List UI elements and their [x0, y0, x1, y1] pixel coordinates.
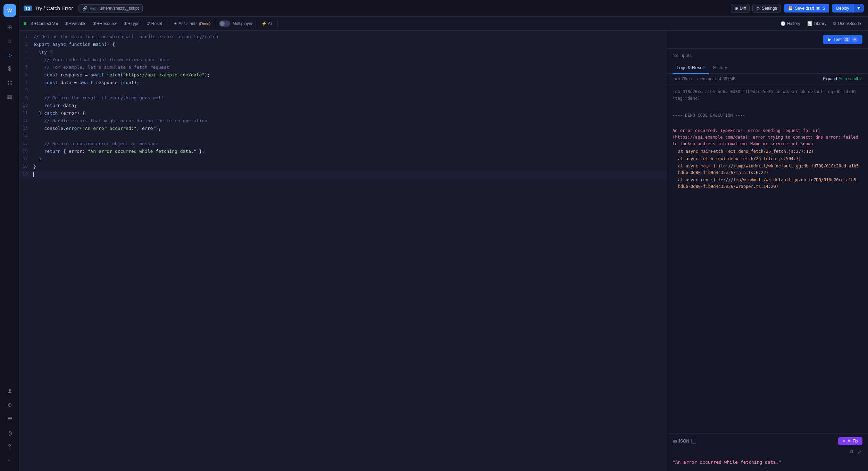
- log-line: [673, 102, 862, 109]
- toolbar: $ +Context Var $ +Variable $ +Resource $…: [19, 17, 868, 31]
- panel-tabs: Logs & Result History: [667, 62, 868, 74]
- log-line-stack: at async main (file:///tmp/windmill/wk-d…: [678, 163, 862, 176]
- mem-label: mem peak: 4.387MB: [697, 76, 736, 81]
- kbd-cmd: ⌘: [816, 6, 820, 11]
- log-line-stack: at async fetch (ext:deno_fetch/26_fetch.…: [678, 156, 862, 162]
- vscode-icon: ⧉: [833, 21, 836, 26]
- copy-button[interactable]: ⧉: [849, 448, 854, 455]
- multiplayer-switch[interactable]: [219, 20, 230, 27]
- kbd-test-enter: ↵: [852, 37, 858, 42]
- main-content: TS Try / Catch Error 🔗 Path u/henri/snaz…: [19, 0, 868, 471]
- resource-icon: $: [93, 21, 96, 26]
- path-value: u/henri/snazzy_script: [100, 6, 139, 11]
- toolbar-separator-3: [256, 20, 256, 27]
- assistants-tag: (Deno): [199, 22, 211, 26]
- multiplayer-label: Multiplayer: [232, 21, 252, 26]
- deploy-button[interactable]: Deploy: [832, 4, 853, 13]
- sidebar-item-audit[interactable]: [3, 413, 16, 425]
- sidebar-item-billing[interactable]: $: [3, 63, 16, 75]
- deploy-split-button[interactable]: ▼: [853, 4, 864, 13]
- as-json-row: as JSON ✦ AI Fix: [673, 437, 862, 445]
- code-line: 16 return { error: "An error occurred wh…: [19, 148, 667, 156]
- sidebar-item-users[interactable]: [3, 385, 16, 397]
- check-icon: ✓: [859, 76, 862, 81]
- diff-icon: ⊕: [735, 6, 738, 11]
- code-line: 9 // Return the result if everything goe…: [19, 94, 667, 102]
- ts-badge: TS: [24, 6, 32, 11]
- history-button[interactable]: 🕐 History: [778, 20, 803, 27]
- status-dot: [24, 22, 26, 25]
- code-line: 3 try {: [19, 49, 667, 56]
- reset-icon: ↺: [147, 21, 150, 26]
- code-editor[interactable]: 1 // Define the main function which will…: [19, 31, 667, 471]
- code-line-cursor: 19: [19, 171, 667, 179]
- log-line: ---- DENO CODE EXECUTION ----: [673, 112, 862, 119]
- path-pill[interactable]: 🔗 Path u/henri/snazzy_script: [78, 4, 142, 13]
- context-var-button[interactable]: $ +Context Var: [28, 20, 61, 27]
- kbd-s: S: [822, 6, 825, 11]
- right-panel: ▶ Test ⌘ ↵ No inputs Logs & Result Histo…: [667, 31, 868, 471]
- sidebar-item-home[interactable]: ⊞: [3, 21, 16, 33]
- tab-logs-result[interactable]: Logs & Result: [673, 62, 709, 74]
- sidebar-item-collapse[interactable]: ←: [3, 454, 16, 467]
- toolbar-separator-4: [277, 20, 278, 27]
- deploy-group: Deploy ▼: [832, 4, 864, 13]
- code-line: 5 // For example, let's simulate a fetch…: [19, 64, 667, 72]
- code-line: 15 // Return a custom error object or me…: [19, 140, 667, 148]
- resource-button[interactable]: $ +Resource: [91, 20, 120, 27]
- log-line: [673, 120, 862, 127]
- log-meta: took 76ms mem peak: 4.387MB Expand Auto …: [667, 74, 868, 84]
- auto-scroll-label: Auto scroll ✓: [838, 76, 862, 81]
- as-json-label: as JSON: [673, 439, 696, 444]
- diff-button[interactable]: ⊕ Diff: [731, 4, 750, 13]
- sidebar-item-favorites[interactable]: ☆: [3, 35, 16, 47]
- expand-label: Expand: [823, 76, 837, 81]
- sidebar-item-visibility[interactable]: ◎: [3, 427, 16, 439]
- sidebar-item-settings[interactable]: [3, 399, 16, 411]
- variable-icon: $: [65, 21, 68, 26]
- path-icon: 🔗: [82, 6, 87, 11]
- vscode-button[interactable]: ⧉ Use VScode: [831, 20, 864, 27]
- code-line: 18 }: [19, 163, 667, 171]
- play-icon: ▶: [828, 37, 831, 42]
- expand-result-button[interactable]: ⤢: [857, 448, 862, 455]
- app-logo[interactable]: W: [3, 4, 16, 17]
- variable-button[interactable]: $ +Variable: [62, 20, 89, 27]
- log-line-stack: at async run (file:///tmp/windmill/wk-de…: [678, 177, 862, 190]
- save-icon: 💾: [788, 6, 793, 11]
- code-line: 8: [19, 87, 667, 94]
- code-line: 14: [19, 133, 667, 140]
- type-icon: $: [124, 21, 127, 26]
- reset-button[interactable]: ↺ Reset: [144, 20, 165, 27]
- expand-button[interactable]: Expand Auto scroll ✓: [823, 76, 862, 81]
- ai-fix-button[interactable]: ✦ AI Fix: [838, 437, 862, 445]
- ai-button[interactable]: ⚡ AI: [259, 20, 275, 27]
- svg-point-3: [10, 83, 12, 85]
- log-line: job 018c20cd-a1b5-bd6b-0d80-f1b9d4c35e26…: [673, 89, 862, 102]
- editor-area: 1 // Define the main function which will…: [19, 31, 868, 471]
- json-checkbox[interactable]: [691, 439, 696, 444]
- test-button[interactable]: ▶ Test ⌘ ↵: [823, 35, 862, 44]
- assistants-icon: ✦: [174, 21, 177, 26]
- svg-point-2: [8, 83, 9, 85]
- context-var-icon: $: [31, 21, 33, 26]
- type-button[interactable]: $ +Type: [122, 20, 142, 27]
- right-panel-header: ▶ Test ⌘ ↵: [667, 31, 868, 49]
- sidebar-item-scripts[interactable]: ▷: [3, 49, 16, 61]
- save-draft-button[interactable]: 💾 Save draft ⌘ S: [784, 4, 829, 13]
- log-output: job 018c20cd-a1b5-bd6b-0d80-f1b9d4c35e26…: [667, 84, 868, 433]
- code-line: 17 }: [19, 156, 667, 163]
- library-button[interactable]: 📊 Library: [804, 20, 829, 27]
- settings-button[interactable]: ⚙ Settings: [752, 4, 781, 13]
- tab-history[interactable]: History: [709, 62, 731, 74]
- sidebar-item-schedules[interactable]: ▦: [3, 90, 16, 103]
- assistants-button[interactable]: ✦ Assistants (Deno): [171, 20, 213, 27]
- bottom-panel: as JSON ✦ AI Fix ⧉ ⤢ "An error occurred …: [667, 433, 868, 471]
- code-line: 4 // Your code that might throw errors g…: [19, 56, 667, 64]
- topbar: TS Try / Catch Error 🔗 Path u/henri/snaz…: [19, 0, 868, 17]
- ai-icon: ⚡: [261, 21, 267, 26]
- sidebar-item-resources[interactable]: [3, 76, 16, 89]
- code-line: 1 // Define the main function which will…: [19, 33, 667, 41]
- result-value: "An error occurred while fetching data.": [673, 457, 862, 468]
- sidebar-item-help[interactable]: ?: [3, 440, 16, 453]
